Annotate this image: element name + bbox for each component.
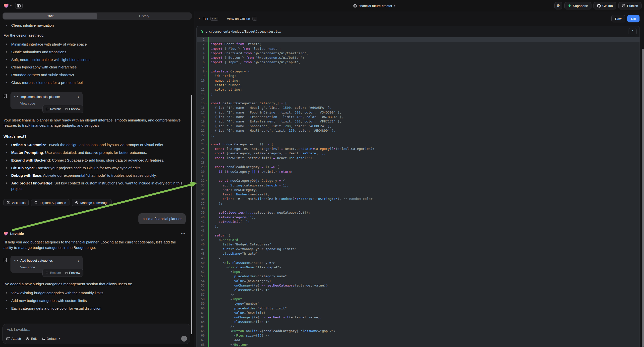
prompt-box[interactable]: Attach Edit Default ▾ ↑ (2, 324, 190, 344)
chevron-right-icon[interactable]: › (78, 95, 79, 98)
code-text (211, 228, 640, 233)
fold-caret-icon[interactable]: ▾ (205, 178, 208, 183)
tab-chat[interactable]: Chat (3, 13, 97, 19)
design-heading: For the design aesthetic: (4, 32, 186, 38)
view-on-github-button[interactable]: View on GitHub G (227, 17, 257, 21)
code-text: import ChartCard from '@/components/ui/C… (211, 51, 640, 56)
file-header[interactable]: src/components/budget/BudgetCategories.t… (197, 26, 640, 37)
code-diff[interactable]: 12import React from 'react';3import { Pl… (197, 37, 640, 347)
code-line: 50 <div className="space-y-6"> (197, 260, 640, 265)
fold-caret-spacer (205, 83, 208, 87)
line-number: 42 (197, 224, 205, 228)
explore-supabase-button[interactable]: Explore Supabase (31, 199, 69, 206)
line-number: 44 (197, 233, 205, 238)
code-line: 40 setNewCategory(''); (197, 215, 640, 220)
fold-caret-icon[interactable]: ▾ (205, 142, 208, 146)
tab-history[interactable]: History (97, 13, 191, 19)
line-number: 9 (197, 74, 205, 78)
bullet-dot: ● (4, 150, 7, 155)
github-button[interactable]: GitHub (594, 2, 616, 10)
restore-button[interactable]: Restore (46, 270, 61, 275)
list-item: ●Each category gets a unique color for v… (4, 304, 186, 312)
toggle-sidebar-button[interactable] (15, 3, 23, 9)
line-number: 37 (197, 202, 205, 206)
list-item: ●View existing budget categories with th… (4, 289, 186, 297)
restore-button[interactable]: Restore (46, 107, 61, 111)
file-diff-card: src/components/budget/BudgetCategories.t… (196, 26, 640, 347)
send-button[interactable]: ↑ (181, 336, 187, 342)
code-line: 36 color: '#' + Math.floor(Math.random()… (197, 197, 640, 201)
line-number: 13 (197, 92, 205, 96)
attach-button[interactable]: Attach (6, 337, 21, 340)
diff-added-bar (208, 133, 208, 138)
publish-button[interactable]: Publish (618, 2, 642, 10)
code-text: > (211, 256, 640, 260)
edit-button[interactable]: Edit (26, 337, 36, 340)
lovable-logo-icon[interactable] (4, 4, 9, 8)
diff-added-bar (208, 83, 208, 87)
diff-added-bar (208, 174, 208, 178)
version-card[interactable]: < > Add budget categories › View code Re… (10, 256, 83, 273)
code-line: 58 <Input (197, 297, 640, 302)
line-number: 48 (197, 252, 205, 256)
supabase-button[interactable]: Supabase (564, 2, 592, 10)
code-text: value={newLimit} (211, 311, 640, 315)
line-number: 39 (197, 210, 205, 215)
prompt-input[interactable] (7, 327, 150, 332)
line-number: 45 (197, 238, 205, 242)
code-text: { id: '6', name: 'Healthcare', limit: 15… (211, 128, 640, 133)
user-message: build a financial planner (138, 213, 186, 224)
fold-caret-spacer (205, 228, 208, 233)
line-number: 65 (197, 329, 205, 333)
bookmark-icon[interactable] (4, 94, 7, 98)
fold-caret-spacer (205, 292, 208, 297)
diff-added-bar (208, 165, 208, 169)
preview-button[interactable]: Preview (65, 107, 80, 111)
fold-caret-icon[interactable]: ▾ (205, 69, 208, 74)
message-menu-icon[interactable]: ••• (181, 232, 186, 236)
code-line: 26 const [newCategory, setNewCategory] =… (197, 151, 640, 156)
code-text: type="number" (211, 302, 640, 306)
version-card[interactable]: < > Implement financial planner › View c… (10, 92, 83, 109)
code-text: className="h-auto" (211, 252, 640, 256)
code-line: 65 <Button onClick={handleAddCategory} c… (197, 329, 640, 333)
line-number: 20 (197, 124, 205, 128)
raw-toggle-button[interactable]: Raw (612, 15, 625, 22)
bullet-dot: ● (4, 290, 7, 296)
diff-toggle-button[interactable]: Diff (627, 15, 640, 22)
code-text: title="Budget Categories" (211, 242, 640, 247)
code-line: 3import { Plus } from 'lucide-react'; (197, 46, 640, 51)
project-switcher[interactable]: financial-future-creator ▾ (194, 4, 554, 8)
collapse-file-button[interactable]: ⌃ (628, 28, 636, 35)
g-kbd-hint: G (252, 17, 258, 21)
manage-knowledge-button[interactable]: Manage knowledge (72, 199, 112, 206)
code-text: { id: '4', name: 'Entertainment', limit:… (211, 119, 640, 124)
image-icon (6, 337, 10, 340)
chevron-right-icon[interactable]: › (78, 260, 79, 262)
fold-caret-spacer (205, 302, 208, 306)
list-item: ●Expand with Backend: Connect Supabase t… (4, 156, 186, 164)
bookmark-icon[interactable] (4, 258, 7, 262)
chat-scrollbar[interactable] (191, 95, 192, 334)
code-text: color: '#' + Math.floor(Math.random()*16… (211, 197, 640, 201)
diff-added-bar (208, 124, 208, 128)
fold-caret-icon[interactable]: ▾ (205, 165, 208, 169)
line-number: 24 (197, 142, 205, 146)
editor-scrollbar[interactable] (642, 49, 644, 347)
logo-dropdown-chevron-icon[interactable]: ▾ (10, 4, 12, 8)
diff-added-bar (208, 302, 208, 306)
diff-added-bar (208, 215, 208, 220)
line-number: 18 (197, 115, 205, 119)
settings-button[interactable]: ⚙ (554, 2, 562, 10)
line-number: 11 (197, 83, 205, 87)
fold-caret-spacer (205, 329, 208, 333)
fold-caret-icon[interactable]: ▾ (205, 101, 208, 106)
exit-button[interactable]: ‹ Exit esc (199, 16, 218, 21)
chat-bubble-icon (34, 201, 38, 204)
code-text: <div className="flex gap-4"> (211, 265, 640, 270)
mode-select[interactable]: Default ▾ (42, 337, 60, 340)
fold-caret-spacer (205, 206, 208, 210)
preview-button[interactable]: Preview (65, 270, 80, 275)
visit-docs-button[interactable]: Visit docs (4, 199, 29, 206)
diff-added-bar (208, 228, 208, 233)
